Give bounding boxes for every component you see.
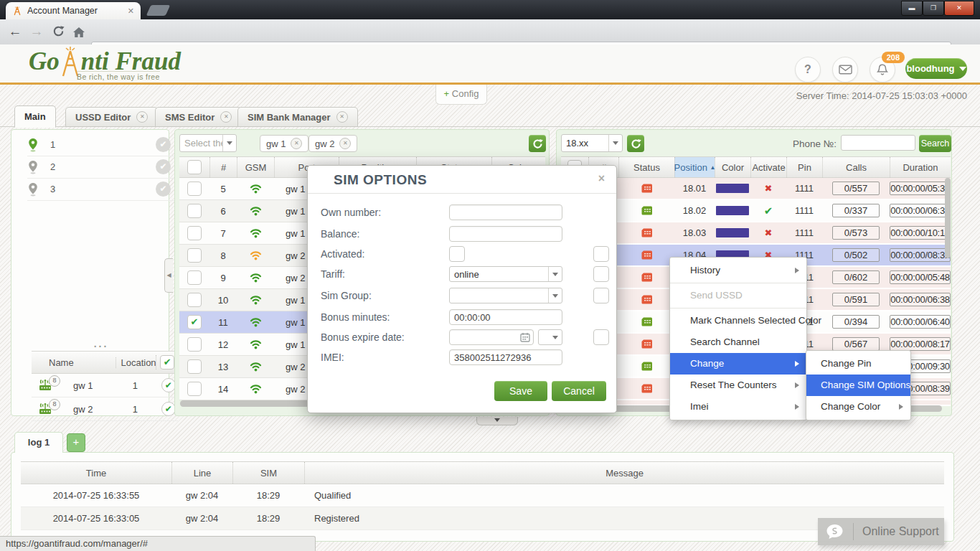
close-button[interactable]: ✕ [944, 1, 974, 16]
tab-label: SIM Bank Manager [248, 112, 331, 123]
online-support-button[interactable]: Online Support [818, 518, 944, 545]
filter-tag-gw1[interactable]: gw 1 ✕ [260, 135, 308, 152]
imei-input[interactable] [449, 349, 562, 365]
back-icon[interactable]: ← [7, 19, 23, 43]
activated-checkbox[interactable] [449, 246, 465, 262]
tab-close-icon[interactable]: ✕ [136, 111, 148, 123]
sim-row[interactable]: 18.03 ✖ 1111 0/573 00:00:00/10:14 [561, 222, 951, 245]
forward-icon[interactable]: → [29, 19, 44, 43]
menu-item-imei[interactable]: Imei [670, 396, 806, 418]
modal-close-icon[interactable]: × [598, 172, 605, 185]
bonus-expire-time-select[interactable] [538, 329, 562, 345]
tag-remove-icon[interactable]: ✕ [291, 138, 302, 149]
deactivated-icon[interactable]: ✖ [765, 183, 773, 194]
location-item-1[interactable]: 1 ✔ [27, 133, 175, 156]
menu-item-change-sim-options[interactable]: Change SIM Options [806, 375, 910, 396]
reload-icon[interactable] [50, 21, 66, 44]
calendar-icon[interactable] [520, 332, 530, 345]
location-item-2[interactable]: 2 ✔ [27, 156, 175, 179]
bonus-minutes-input[interactable] [449, 309, 562, 325]
row-checkbox[interactable] [187, 337, 202, 352]
sim-color-bar[interactable] [716, 206, 749, 215]
restore-button[interactable]: ❐ [923, 1, 944, 16]
menu-item-change-pin[interactable]: Change Pin [806, 353, 910, 375]
notifications-button[interactable]: 208 [870, 57, 895, 83]
row-checkbox-checked[interactable]: ✔ [187, 315, 202, 329]
location-item-3[interactable]: 3 ✔ [27, 178, 175, 201]
col-position-sorted[interactable]: Position ▲ [674, 157, 715, 177]
tariff-apply-checkbox[interactable] [593, 266, 609, 282]
sim-group-select[interactable] [449, 288, 562, 303]
row-checkbox[interactable] [187, 359, 202, 374]
menu-item-change-color[interactable]: Change Color [806, 396, 910, 418]
gateway-row[interactable]: 8 gw 1 1 ✔ [32, 374, 178, 397]
sim-row[interactable]: 18.01 ✖ 1111 0/557 00:00:00/05:30 [561, 178, 951, 200]
home-icon[interactable] [71, 22, 87, 45]
log-row[interactable]: 2014-07-25 16:33:55 gw 2:04 18:29 Qualif… [21, 484, 944, 507]
gateway-check-icon[interactable]: ✔ [161, 402, 176, 416]
v-scrollbar-thumb[interactable] [945, 178, 951, 258]
row-checkbox[interactable] [187, 382, 202, 396]
menu-item-search-channel[interactable]: Search Channel [670, 331, 806, 353]
row-checkbox[interactable] [187, 226, 202, 240]
row-checkbox[interactable] [187, 204, 202, 218]
tab-sms-editor[interactable]: SMS Editor ✕ [155, 107, 242, 127]
menu-item-reset-counters[interactable]: Reset The Counters [670, 375, 806, 396]
add-log-tab-button[interactable]: + [67, 433, 85, 452]
filter-tag-gw2[interactable]: gw 2 ✕ [308, 135, 357, 152]
activated-apply-checkbox[interactable] [593, 246, 609, 262]
balance-input[interactable] [449, 226, 562, 242]
tab-sim-bank-manager[interactable]: SIM Bank Manager ✕ [237, 107, 358, 127]
log-tab[interactable]: log 1 [14, 432, 63, 453]
company-select[interactable]: Select the co [179, 134, 237, 152]
deactivated-icon[interactable]: ✖ [765, 227, 773, 238]
tag-remove-icon[interactable]: ✕ [339, 138, 351, 149]
select-all-checkbox[interactable] [187, 160, 202, 174]
minimize-button[interactable]: ▬ [901, 1, 923, 16]
location-check-icon[interactable]: ✔ [156, 137, 171, 152]
menu-item-history[interactable]: History [670, 260, 806, 281]
user-menu-button[interactable]: bloodhung [905, 58, 967, 79]
own-number-input[interactable] [449, 204, 562, 220]
activated-icon[interactable]: ✔ [764, 204, 773, 217]
tab-close-icon[interactable]: ✕ [128, 6, 134, 16]
help-button[interactable]: ? [795, 57, 821, 83]
browser-tab[interactable]: Account Manager ✕ [6, 2, 141, 19]
locations-more-button[interactable]: ... [27, 338, 175, 349]
refresh-simbank-button[interactable] [627, 135, 644, 152]
menu-item-send-ussd[interactable]: Send USSD [670, 285, 806, 306]
location-check-icon[interactable]: ✔ [156, 182, 171, 197]
row-checkbox[interactable] [187, 293, 202, 307]
select-all-checkbox[interactable]: ✔ [160, 355, 174, 369]
row-checkbox[interactable] [187, 182, 202, 196]
gateway-row[interactable]: 8 gw 2 1 ✔ [32, 397, 178, 421]
collapse-bottom-handle[interactable] [476, 417, 518, 425]
sim-color-bar[interactable] [716, 184, 749, 193]
sim-row[interactable]: 18.02 ✔ 1111 0/337 00:00:00/06:33 [561, 200, 951, 222]
sim-color-bar[interactable] [716, 228, 749, 237]
collapse-left-handle[interactable]: ◀ [164, 258, 173, 293]
row-checkbox[interactable] [187, 248, 202, 263]
cancel-button[interactable]: Cancel [552, 381, 606, 401]
menu-item-change[interactable]: Change [670, 353, 806, 375]
tariff-select[interactable]: online [449, 266, 562, 282]
tab-close-icon[interactable]: ✕ [220, 111, 232, 123]
gateway-check-icon[interactable]: ✔ [161, 378, 176, 392]
phone-search-input[interactable] [841, 135, 915, 151]
location-check-icon[interactable]: ✔ [156, 159, 171, 174]
menu-item-mark-channels[interactable]: Mark Channels Selected Color [670, 310, 806, 331]
tab-close-icon[interactable]: ✕ [336, 111, 348, 123]
row-checkbox[interactable] [187, 270, 202, 285]
new-tab-button[interactable] [146, 5, 171, 16]
bonus-expire-apply-checkbox[interactable] [593, 329, 609, 345]
bank-select[interactable]: 18.xx [561, 134, 623, 152]
search-button[interactable]: Search [919, 135, 951, 152]
tab-main[interactable]: Main [14, 105, 56, 128]
log-row[interactable]: 2014-07-25 16:33:05 gw 2:04 18:29 Regist… [21, 507, 944, 530]
config-button[interactable]: + Config [435, 85, 487, 105]
sim-group-apply-checkbox[interactable] [593, 288, 609, 303]
refresh-channels-button[interactable] [529, 135, 546, 152]
save-button[interactable]: Save [494, 381, 547, 401]
tab-ussd-editor[interactable]: USSD Editor ✕ [65, 107, 158, 127]
messages-button[interactable] [832, 57, 858, 83]
